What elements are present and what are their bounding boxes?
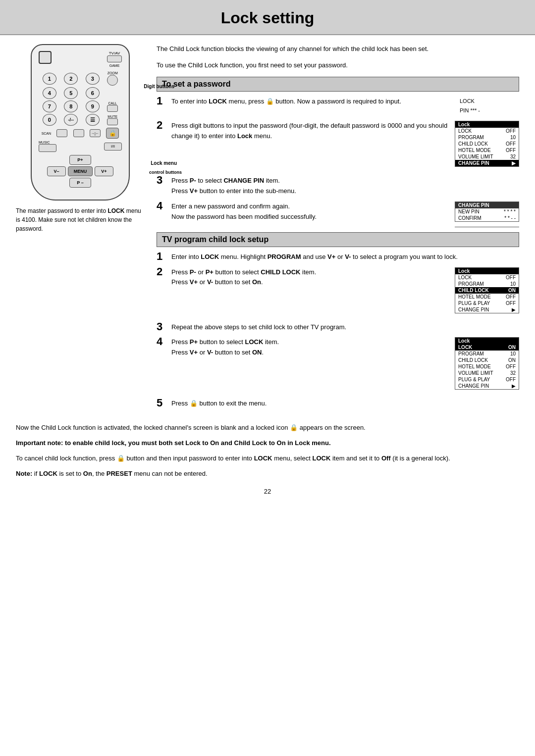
button-subtitle[interactable]: ☰ [86, 114, 100, 126]
lock-menu-3: Lock LOCKON PROGRAM10 CHILD LOCKON HOTEL… [455, 337, 519, 394]
section1-header: To set a password [157, 77, 519, 92]
pminus-button[interactable]: P – [69, 178, 91, 188]
lock-menu-2: Lock LOCKOFF PROGRAM10 CHILD LOCKON HOTE… [455, 267, 519, 317]
button-8[interactable]: 8 [64, 101, 78, 112]
music-button[interactable] [39, 144, 56, 152]
iii-button[interactable]: I/II [104, 143, 122, 151]
button-5[interactable]: 5 [64, 87, 78, 99]
music-label: MUSIC [39, 141, 56, 144]
tv-av-button[interactable] [107, 55, 122, 62]
lock-pin-display: LOCK PIN *** - [460, 97, 519, 116]
tv-step4: 4 Press P+ button to select LOCK item. P… [157, 337, 519, 394]
left-column: TV/AV GAME 1 2 3 ZOOM [16, 44, 145, 414]
step1: 1 To enter into LOCK menu, press 🔒 butto… [157, 97, 519, 116]
button-4[interactable]: 4 [43, 87, 56, 99]
remote-control: TV/AV GAME 1 2 3 ZOOM [31, 44, 130, 201]
important-note: Important note: to enable child lock, yo… [16, 438, 519, 449]
left-caption: The master password to enter into LOCK m… [16, 206, 145, 233]
vminus-button[interactable]: V– [47, 166, 66, 176]
button-6[interactable]: 6 [86, 87, 100, 99]
zoom-label: ZOOM [107, 71, 118, 75]
pplus-button[interactable]: P+ [69, 155, 91, 165]
cancel-note: To cancel child lock function, press 🔒 b… [16, 454, 519, 464]
menu-button[interactable]: MENU [68, 166, 93, 176]
button-9[interactable]: 9 [86, 101, 100, 112]
button-7[interactable]: 7 [43, 101, 56, 112]
game-label: GAME [109, 64, 120, 67]
tv-step5: 5 Press 🔒 button to exit the menu. [157, 399, 519, 409]
step2: 2 Press digit buttons to input the passw… [157, 121, 519, 171]
page-title-bar: Lock setting [0, 0, 535, 35]
button-2[interactable]: 2 [64, 73, 78, 85]
page-number: 22 [0, 488, 535, 495]
tv-step3: 3 Repeat the above steps to set child lo… [157, 322, 519, 333]
intro-text-2: To use the Child Lock function, you firs… [157, 60, 519, 71]
rec-button[interactable] [73, 129, 84, 137]
call-button[interactable] [107, 105, 118, 112]
tv-av-label: TV/AV [109, 51, 120, 55]
pip-button[interactable]: →|← [90, 129, 101, 137]
bottom-content: Now the Child Lock function is activated… [0, 423, 535, 479]
step3: 3 Press P- to select CHANGE PIN item. Pr… [157, 176, 519, 197]
digit-buttons-label: Digit buttons [144, 84, 174, 89]
button-1[interactable]: 1 [43, 73, 56, 85]
remote-image-wrap: TV/AV GAME 1 2 3 ZOOM [16, 44, 145, 201]
button-dash[interactable]: -/-- [64, 114, 78, 126]
button-0[interactable]: 0 [43, 114, 56, 126]
tv-step1: 1 Enter into LOCK menu. Highlight PROGRA… [157, 252, 519, 262]
vplus-button[interactable]: V+ [95, 166, 113, 176]
power-button[interactable] [39, 51, 52, 64]
change-pin-menu: CHANGE PIN NEW PIN* * * * CONFIRM* * - - [455, 202, 519, 227]
scan-button[interactable] [56, 129, 67, 137]
lock-menu-1: Lock LOCKOFF PROGRAM10 CHILD LOCKOFF HOT… [455, 121, 519, 171]
lock-button-remote[interactable]: 🔒 [106, 128, 119, 139]
note1: Now the Child Lock function is activated… [16, 423, 519, 433]
mute-button[interactable] [107, 118, 118, 125]
button-3[interactable]: 3 [86, 73, 100, 85]
lock-menu-label: Lock menu [151, 160, 177, 166]
mute-label: MUTE [107, 115, 117, 118]
step4: 4 Enter a new password and confirm again… [157, 202, 519, 227]
zoom-button[interactable] [107, 75, 118, 86]
page-title: Lock setting [0, 9, 535, 27]
right-column: The Child Lock function blocks the viewi… [157, 44, 519, 414]
tv-step2: 2 Press P- or P+ button to select CHILD … [157, 267, 519, 317]
intro-text-1: The Child Lock function blocks the viewi… [157, 44, 519, 54]
section2-header: TV program child lock setup [157, 232, 519, 247]
control-buttons-label: control buttons [149, 170, 182, 175]
preset-note: Note: if LOCK is set to On, the PRESET m… [16, 469, 519, 479]
call-label: CALL [108, 101, 117, 105]
